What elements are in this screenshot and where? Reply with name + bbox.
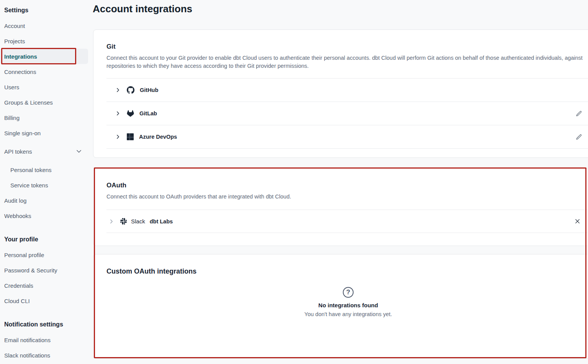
sidebar-item-service-tokens[interactable]: Service tokens bbox=[0, 177, 88, 193]
azure-devops-icon bbox=[127, 133, 134, 140]
git-provider-label: Azure DevOps bbox=[139, 134, 177, 140]
sidebar-item-label: Password & Security bbox=[4, 267, 57, 274]
pencil-icon bbox=[576, 134, 582, 140]
sidebar-item-label: Integrations bbox=[4, 53, 37, 60]
sidebar-item-label: API tokens bbox=[4, 148, 32, 155]
custom-oauth-card: Custom OAuth integrations No integration… bbox=[93, 254, 588, 359]
empty-state-subtitle: You don't have any integrations yet. bbox=[93, 311, 588, 317]
sidebar-item-label: Notification settings bbox=[4, 321, 63, 328]
sidebar-header-settings: Settings bbox=[0, 3, 88, 18]
git-provider-label: GitLab bbox=[139, 110, 157, 116]
sidebar-item-label: Webhooks bbox=[4, 213, 31, 219]
sidebar-item-label: Personal profile bbox=[4, 252, 44, 258]
close-button[interactable] bbox=[574, 218, 581, 225]
oauth-provider-label: Slack bbox=[131, 218, 145, 225]
empty-state-title: No integrations found bbox=[93, 302, 588, 308]
sidebar-item-label: Settings bbox=[4, 7, 28, 14]
git-provider-label: GitHub bbox=[140, 87, 158, 93]
sidebar-item-label: Billing bbox=[4, 115, 20, 121]
custom-oauth-card-title: Custom OAuth integrations bbox=[93, 254, 588, 275]
oauth-provider-list: Slackdbt Labs bbox=[106, 210, 588, 233]
sidebar-item-label: Single sign-on bbox=[4, 130, 41, 136]
sidebar-item-users[interactable]: Users bbox=[0, 79, 88, 95]
chevron-right-icon[interactable] bbox=[109, 219, 114, 224]
sidebar-item-single-sign-on[interactable]: Single sign-on bbox=[0, 125, 88, 141]
sidebar-nav: SettingsAccountProjectsIntegrationsConne… bbox=[0, 0, 88, 363]
sidebar-item-cloud-cli[interactable]: Cloud CLI bbox=[0, 293, 88, 308]
page-title: Account integrations bbox=[93, 3, 192, 15]
edit-button[interactable] bbox=[575, 110, 583, 118]
sidebar-item-password-security[interactable]: Password & Security bbox=[0, 262, 88, 278]
chevron-right-icon[interactable] bbox=[115, 87, 121, 93]
slack-icon bbox=[120, 218, 127, 225]
sidebar-item-label: Your profile bbox=[4, 236, 38, 243]
sidebar-item-api-tokens[interactable]: API tokens bbox=[0, 144, 88, 159]
sidebar-item-email-notifications[interactable]: Email notifications bbox=[0, 332, 88, 348]
git-card-title: Git bbox=[93, 30, 588, 51]
oauth-row-slack[interactable]: Slackdbt Labs bbox=[106, 210, 588, 233]
chevron-right-icon[interactable] bbox=[115, 111, 121, 116]
chevron-down-icon[interactable] bbox=[76, 148, 82, 154]
sidebar-item-account[interactable]: Account bbox=[0, 18, 88, 33]
sidebar-item-groups-licenses[interactable]: Groups & Licenses bbox=[0, 95, 88, 110]
oauth-card-title: OAuth bbox=[93, 169, 588, 189]
oauth-account-name: dbt Labs bbox=[150, 218, 173, 225]
sidebar-item-connections[interactable]: Connections bbox=[0, 64, 88, 79]
oauth-card: OAuth Connect this account to OAuth prov… bbox=[93, 168, 588, 246]
sidebar-item-label: Personal tokens bbox=[10, 167, 52, 173]
chevron-right-icon[interactable] bbox=[115, 134, 121, 139]
sidebar-item-label: Connections bbox=[4, 69, 36, 75]
sidebar-item-label: Users bbox=[4, 84, 19, 90]
sidebar-item-label: Audit log bbox=[4, 197, 26, 204]
sidebar-item-webhooks[interactable]: Webhooks bbox=[0, 208, 88, 223]
sidebar-item-projects[interactable]: Projects bbox=[0, 33, 88, 49]
git-row-github[interactable]: GitHub bbox=[106, 78, 588, 102]
sidebar-item-label: Service tokens bbox=[10, 182, 48, 189]
git-card-description: Connect this account to your Git provide… bbox=[106, 54, 588, 70]
sidebar-item-slack-notifications[interactable]: Slack notifications bbox=[0, 348, 88, 363]
git-row-gitlab[interactable]: GitLab bbox=[106, 102, 588, 125]
sidebar-item-personal-tokens[interactable]: Personal tokens bbox=[0, 162, 88, 177]
sidebar-item-label: Projects bbox=[4, 38, 25, 44]
github-icon bbox=[127, 86, 134, 94]
sidebar-item-label: Cloud CLI bbox=[4, 298, 30, 304]
git-row-azure-devops[interactable]: Azure DevOps bbox=[106, 125, 588, 148]
sidebar-item-audit-log[interactable]: Audit log bbox=[0, 193, 88, 208]
question-circle-icon bbox=[343, 287, 354, 298]
empty-state: No integrations found You don't have any… bbox=[93, 287, 588, 317]
sidebar-item-credentials[interactable]: Credentials bbox=[0, 278, 88, 293]
sidebar-item-personal-profile[interactable]: Personal profile bbox=[0, 247, 88, 262]
sidebar-header-your-profile: Your profile bbox=[0, 232, 88, 247]
pencil-icon bbox=[576, 110, 582, 117]
sidebar-item-label: Slack notifications bbox=[4, 352, 50, 359]
x-icon bbox=[575, 218, 580, 224]
sidebar-item-label: Email notifications bbox=[4, 337, 51, 343]
sidebar-item-label: Groups & Licenses bbox=[4, 99, 53, 106]
sidebar-header-notification-settings: Notification settings bbox=[0, 317, 88, 332]
git-provider-list: GitHubGitLabAzure DevOps bbox=[106, 78, 588, 149]
gitlab-icon bbox=[127, 110, 134, 117]
oauth-card-description: Connect this account to OAuth providers … bbox=[106, 193, 588, 201]
sidebar-item-label: Credentials bbox=[4, 282, 33, 289]
git-card: Git Connect this account to your Git pro… bbox=[93, 30, 588, 158]
edit-button[interactable] bbox=[575, 133, 583, 141]
sidebar-item-billing[interactable]: Billing bbox=[0, 110, 88, 125]
sidebar-item-integrations[interactable]: Integrations bbox=[0, 49, 88, 64]
sidebar-item-label: Account bbox=[4, 23, 25, 29]
